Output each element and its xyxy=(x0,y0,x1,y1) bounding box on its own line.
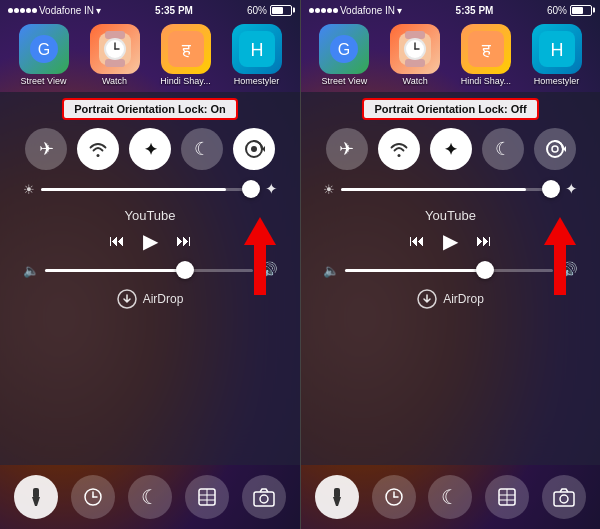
now-playing-left: YouTube xyxy=(124,208,175,223)
dot4 xyxy=(26,8,31,13)
camera-btn-left[interactable] xyxy=(242,475,286,519)
play-btn-left[interactable]: ▶ xyxy=(143,229,158,253)
bluetooth-toggle-left[interactable]: ✦ xyxy=(129,128,171,170)
brightness-high-icon-right: ✦ xyxy=(565,180,578,198)
brightness-thumb-right[interactable] xyxy=(542,180,560,198)
home-icons-right: G Street View Watch xyxy=(301,20,600,92)
app-hindi-right[interactable]: ह Hindi Shay... xyxy=(457,24,515,88)
volume-thumb-right[interactable] xyxy=(476,261,494,279)
airdrop-right[interactable]: AirDrop xyxy=(417,289,484,309)
donotdisturb-toggle-left[interactable]: ☾ xyxy=(181,128,223,170)
battery-icon-right xyxy=(570,5,592,16)
now-playing-right: YouTube xyxy=(425,208,476,223)
arrow-stem-left xyxy=(254,245,266,295)
airdrop-label-left: AirDrop xyxy=(143,292,184,306)
time-left: 5:35 PM xyxy=(155,5,193,16)
volume-fill-left xyxy=(45,269,180,272)
camera-btn-right[interactable] xyxy=(542,475,586,519)
app-streetview-right[interactable]: G Street View xyxy=(315,24,373,88)
brightness-slider-left[interactable]: ☀ ✦ xyxy=(23,180,278,198)
app-homestyler-right[interactable]: H Homestyler xyxy=(528,24,586,88)
play-btn-right[interactable]: ▶ xyxy=(443,229,458,253)
app-streetview-left[interactable]: G Street View xyxy=(15,24,73,88)
dot5r xyxy=(333,8,338,13)
brightness-thumb-left[interactable] xyxy=(242,180,260,198)
homestyler-label-right: Homestyler xyxy=(528,76,586,86)
svg-point-14 xyxy=(251,146,257,152)
homestyler-icon: H xyxy=(232,24,282,74)
hindi-icon-right: ह xyxy=(461,24,511,74)
battery-pct-right: 60% xyxy=(547,5,567,16)
fastforward-btn-left[interactable]: ⏭ xyxy=(176,232,192,250)
brightness-low-icon: ☀ xyxy=(23,182,35,197)
svg-text:H: H xyxy=(550,40,563,60)
dnd-btn-left[interactable]: ☾ xyxy=(128,475,172,519)
donotdisturb-toggle-right[interactable]: ☾ xyxy=(482,128,524,170)
app-homestyler-left[interactable]: H Homestyler xyxy=(228,24,286,88)
streetview-icon-right: G xyxy=(319,24,369,74)
streetview-icon: G xyxy=(19,24,69,74)
brightness-fill-left xyxy=(41,188,226,191)
svg-text:G: G xyxy=(37,41,49,58)
svg-point-27 xyxy=(260,495,268,503)
left-panel: Vodafone IN ▾ 5:35 PM 60% G Street View xyxy=(0,0,300,529)
calc-btn-right[interactable] xyxy=(485,475,529,519)
volume-fill-right xyxy=(345,269,480,272)
svg-text:ह: ह xyxy=(180,40,190,60)
rewind-btn-left[interactable]: ⏮ xyxy=(109,232,125,250)
volume-slider-right[interactable]: 🔈 🔊 xyxy=(323,261,577,279)
svg-rect-4 xyxy=(105,59,125,67)
torch-btn-left[interactable] xyxy=(14,475,58,519)
svg-rect-26 xyxy=(254,492,274,506)
signal-dots-right xyxy=(309,8,338,13)
airplane-toggle-right[interactable]: ✈ xyxy=(326,128,368,170)
rotation-lock-toggle-left[interactable] xyxy=(233,128,275,170)
volume-track-right[interactable] xyxy=(345,269,552,272)
volume-track-left[interactable] xyxy=(45,269,253,272)
toast-right: Portrait Orientation Lock: Off xyxy=(362,98,538,120)
homestyler-icon-right: H xyxy=(532,24,582,74)
app-hindi-left[interactable]: ह Hindi Shay... xyxy=(157,24,215,88)
fastforward-btn-right[interactable]: ⏭ xyxy=(476,232,492,250)
svg-text:ह: ह xyxy=(480,40,490,60)
app-watch-right[interactable]: Watch xyxy=(386,24,444,88)
airplane-toggle-left[interactable]: ✈ xyxy=(25,128,67,170)
torch-btn-right[interactable] xyxy=(315,475,359,519)
toast-left: Portrait Orientation Lock: On xyxy=(62,98,238,120)
status-right-right: 60% xyxy=(547,5,592,16)
clock-btn-left[interactable] xyxy=(71,475,115,519)
svg-text:H: H xyxy=(250,40,263,60)
status-bar-left: Vodafone IN ▾ 5:35 PM 60% xyxy=(0,0,300,20)
svg-rect-32 xyxy=(405,59,425,67)
arrow-right xyxy=(544,217,576,295)
svg-rect-3 xyxy=(105,31,125,39)
dnd-btn-right[interactable]: ☾ xyxy=(428,475,472,519)
brightness-track-left[interactable] xyxy=(41,188,259,191)
calc-btn-left[interactable] xyxy=(185,475,229,519)
status-left-right: Vodafone IN ▾ xyxy=(309,5,402,16)
watch-icon-right xyxy=(390,24,440,74)
brightness-slider-right[interactable]: ☀ ✦ xyxy=(323,180,577,198)
bluetooth-toggle-right[interactable]: ✦ xyxy=(430,128,472,170)
svg-marker-46 xyxy=(333,497,341,506)
media-controls-left: ⏮ ▶ ⏭ xyxy=(109,229,192,253)
wifi-toggle-right[interactable] xyxy=(378,128,420,170)
dot2 xyxy=(14,8,19,13)
brightness-fill-right xyxy=(341,188,526,191)
dot2r xyxy=(315,8,320,13)
volume-low-icon-left: 🔈 xyxy=(23,263,39,278)
clock-btn-right[interactable] xyxy=(372,475,416,519)
rewind-btn-right[interactable]: ⏮ xyxy=(409,232,425,250)
volume-thumb-left[interactable] xyxy=(176,261,194,279)
arrow-stem-right xyxy=(554,245,566,295)
svg-rect-54 xyxy=(554,492,574,506)
brightness-track-right[interactable] xyxy=(341,188,558,191)
time-right: 5:35 PM xyxy=(456,5,494,16)
volume-slider-left[interactable]: 🔈 🔊 xyxy=(23,261,278,279)
app-watch-left[interactable]: Watch xyxy=(86,24,144,88)
wifi-toggle-left[interactable] xyxy=(77,128,119,170)
toggle-row-right: ✈ ✦ ☾ xyxy=(326,128,576,170)
rotation-lock-toggle-right[interactable] xyxy=(534,128,576,170)
airdrop-left[interactable]: AirDrop xyxy=(117,289,184,309)
dot1r xyxy=(309,8,314,13)
